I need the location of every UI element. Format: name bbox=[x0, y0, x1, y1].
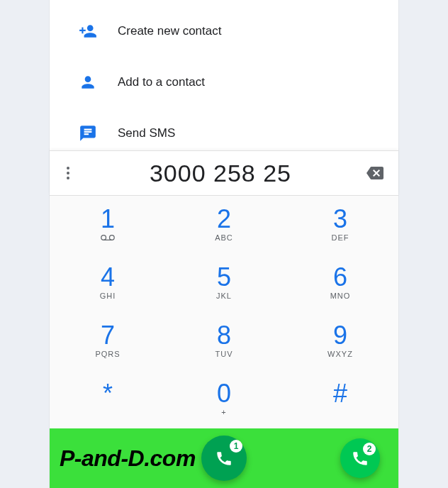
add-to-contact-label: Add to a contact bbox=[118, 75, 205, 89]
dialed-number[interactable]: 3000 258 25 bbox=[77, 160, 364, 187]
contact-actions: Create new contact Add to a contact Send… bbox=[50, 0, 398, 159]
key-4[interactable]: 4GHI bbox=[50, 254, 166, 312]
dialer-app: Create new contact Add to a contact Send… bbox=[50, 0, 398, 488]
create-contact-row[interactable]: Create new contact bbox=[50, 6, 398, 57]
voicemail-icon bbox=[101, 233, 115, 243]
key-3[interactable]: 3DEF bbox=[282, 196, 398, 254]
person-icon bbox=[78, 72, 98, 92]
number-entry-bar: 3000 258 25 bbox=[50, 150, 398, 196]
sms-icon bbox=[78, 123, 98, 143]
dialpad: 1 2ABC 3DEF 4GHI 5JKL 6MNO 7PQRS 8TUV 9W… bbox=[50, 196, 398, 428]
backspace-icon[interactable] bbox=[364, 165, 386, 182]
key-0[interactable]: 0+ bbox=[166, 370, 282, 428]
key-star[interactable]: * bbox=[50, 370, 166, 428]
sim-badge-2: 2 bbox=[363, 443, 376, 455]
create-contact-label: Create new contact bbox=[118, 24, 221, 38]
svg-point-1 bbox=[110, 235, 115, 240]
key-1[interactable]: 1 bbox=[50, 196, 166, 254]
key-hash[interactable]: # bbox=[282, 370, 398, 428]
sim-badge-1: 1 bbox=[230, 440, 242, 453]
call-button[interactable]: 1 bbox=[201, 436, 247, 481]
key-6[interactable]: 6MNO bbox=[282, 254, 398, 312]
person-add-icon bbox=[78, 21, 98, 41]
key-9[interactable]: 9WXYZ bbox=[282, 312, 398, 370]
key-7[interactable]: 7PQRS bbox=[50, 312, 166, 370]
add-to-contact-row[interactable]: Add to a contact bbox=[50, 57, 398, 108]
key-2[interactable]: 2ABC bbox=[166, 196, 282, 254]
send-sms-label: Send SMS bbox=[118, 126, 175, 140]
svg-point-0 bbox=[101, 235, 106, 240]
key-5[interactable]: 5JKL bbox=[166, 254, 282, 312]
key-8[interactable]: 8TUV bbox=[166, 312, 282, 370]
overflow-menu-icon[interactable] bbox=[60, 167, 77, 179]
phone-icon bbox=[215, 449, 233, 467]
call-button-sim2[interactable]: 2 bbox=[340, 438, 380, 478]
